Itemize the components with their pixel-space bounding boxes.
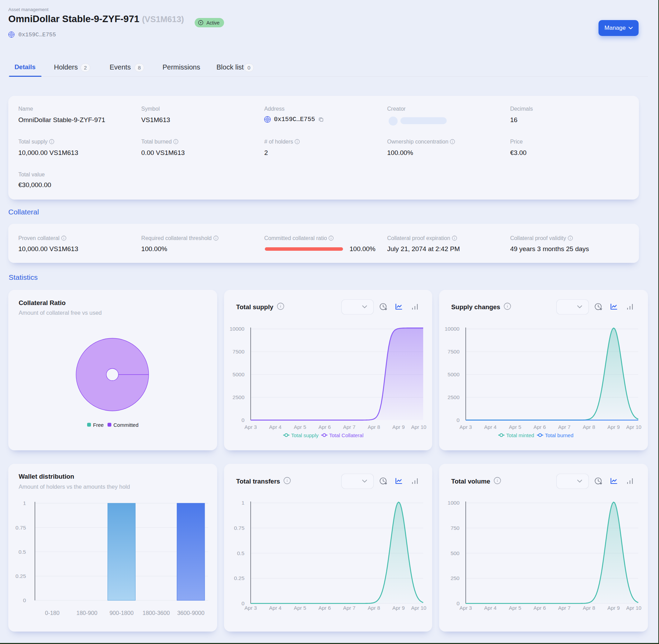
svg-text:Apr 9: Apr 9	[607, 605, 620, 611]
svg-text:Apr 3: Apr 3	[460, 424, 472, 430]
svg-text:Apr 6: Apr 6	[318, 424, 331, 430]
svg-text:900-1800: 900-1800	[110, 610, 134, 616]
svg-text:Apr 3: Apr 3	[460, 605, 472, 611]
svg-text:Committed: Committed	[113, 422, 139, 428]
svg-text:Apr 10: Apr 10	[626, 605, 641, 611]
svg-text:Apr 5: Apr 5	[294, 424, 306, 430]
svg-text:10000: 10000	[230, 326, 244, 332]
svg-text:0.25: 0.25	[16, 573, 26, 579]
svg-text:1: 1	[23, 500, 26, 506]
svg-text:Apr 7: Apr 7	[558, 424, 570, 430]
svg-text:10000: 10000	[445, 326, 460, 332]
svg-text:0: 0	[456, 417, 460, 423]
svg-text:Apr 8: Apr 8	[368, 424, 380, 430]
svg-text:0.75: 0.75	[234, 525, 244, 531]
svg-text:Apr 5: Apr 5	[294, 605, 306, 611]
svg-text:180-900: 180-900	[76, 610, 98, 616]
svg-text:Apr 5: Apr 5	[509, 605, 521, 611]
svg-text:Apr 4: Apr 4	[484, 424, 496, 430]
svg-text:Apr 6: Apr 6	[318, 605, 331, 611]
svg-text:Apr 4: Apr 4	[269, 424, 281, 430]
svg-text:Apr 10: Apr 10	[626, 424, 641, 430]
svg-text:1000: 1000	[448, 500, 460, 506]
svg-text:Apr 10: Apr 10	[411, 605, 426, 611]
svg-text:1800-3600: 1800-3600	[142, 610, 170, 616]
svg-text:7500: 7500	[233, 349, 245, 355]
svg-text:2500: 2500	[233, 394, 245, 400]
svg-text:Apr 3: Apr 3	[244, 605, 257, 611]
svg-text:750: 750	[451, 525, 460, 531]
svg-text:0.5: 0.5	[18, 549, 26, 555]
svg-text:Apr 8: Apr 8	[368, 605, 380, 611]
svg-text:5000: 5000	[448, 371, 460, 377]
svg-text:Total burned: Total burned	[545, 432, 574, 438]
svg-text:Apr 8: Apr 8	[583, 605, 595, 611]
svg-text:0: 0	[241, 417, 244, 423]
svg-text:Apr 7: Apr 7	[558, 605, 570, 611]
svg-text:5000: 5000	[233, 371, 245, 377]
svg-text:0: 0	[456, 600, 460, 606]
svg-text:0: 0	[23, 597, 26, 603]
svg-text:Apr 9: Apr 9	[392, 424, 405, 430]
svg-text:0-180: 0-180	[45, 610, 59, 616]
svg-text:0.75: 0.75	[16, 525, 26, 531]
svg-text:Free: Free	[93, 422, 104, 428]
svg-text:Apr 8: Apr 8	[583, 424, 595, 430]
svg-text:Apr 4: Apr 4	[269, 605, 281, 611]
svg-text:Apr 6: Apr 6	[533, 424, 546, 430]
svg-text:Apr 7: Apr 7	[343, 424, 355, 430]
svg-text:Apr 10: Apr 10	[411, 424, 426, 430]
svg-text:7500: 7500	[448, 349, 460, 355]
svg-text:0.25: 0.25	[234, 575, 244, 581]
svg-text:Apr 9: Apr 9	[607, 424, 620, 430]
svg-text:3600-9000: 3600-9000	[177, 610, 204, 616]
svg-text:Total Collateral: Total Collateral	[329, 432, 363, 438]
svg-text:0: 0	[241, 600, 244, 606]
svg-text:Apr 5: Apr 5	[509, 424, 521, 430]
svg-text:1: 1	[241, 500, 244, 506]
svg-text:250: 250	[451, 575, 460, 581]
svg-text:Apr 7: Apr 7	[343, 605, 355, 611]
svg-text:Apr 9: Apr 9	[392, 605, 405, 611]
svg-text:Apr 4: Apr 4	[484, 605, 496, 611]
svg-text:0.5: 0.5	[237, 550, 244, 556]
svg-text:2500: 2500	[448, 394, 460, 400]
svg-text:Total minted: Total minted	[506, 432, 534, 438]
svg-text:Apr 6: Apr 6	[533, 605, 546, 611]
svg-text:Apr 3: Apr 3	[244, 424, 257, 430]
svg-text:Total supply: Total supply	[291, 432, 319, 438]
svg-text:500: 500	[451, 550, 460, 556]
